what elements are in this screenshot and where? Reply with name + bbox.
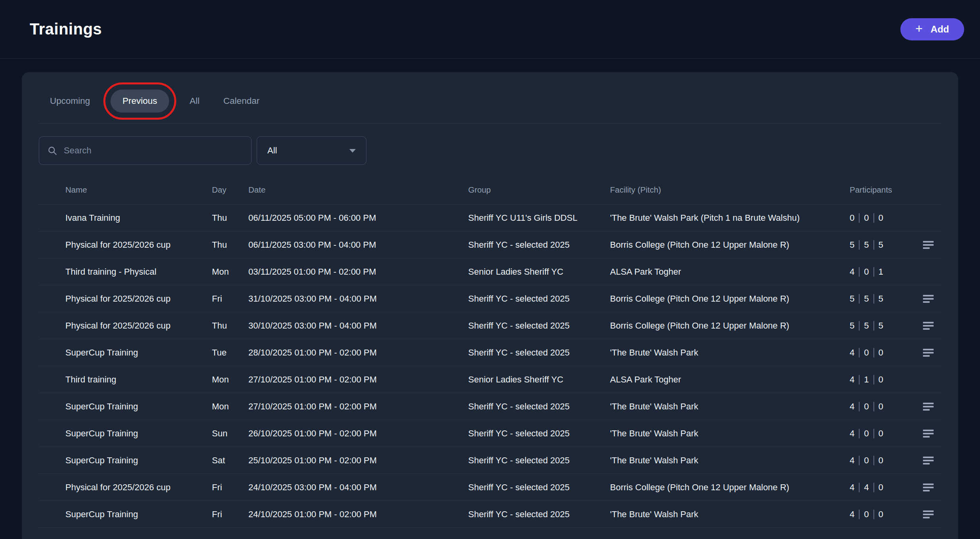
tab-calendar[interactable]: Calendar (215, 90, 268, 113)
table-row[interactable]: SuperCup Training Sun 26/10/2025 01:00 P… (39, 420, 941, 447)
search-input[interactable] (64, 145, 243, 156)
row-menu-icon[interactable] (921, 454, 936, 467)
cell-name: SuperCup Training (39, 509, 212, 520)
cell-name: SuperCup Training (39, 401, 212, 412)
cell-day: Tue (212, 348, 248, 358)
search-icon (47, 145, 57, 156)
row-menu-icon[interactable] (921, 508, 936, 521)
cell-group: Sheriff YC - selected 2025 (468, 509, 610, 520)
cell-day: Sun (212, 428, 248, 439)
table-row[interactable]: Third training - Physical Mon 03/11/2025… (39, 258, 941, 285)
cell-day: Mon (212, 267, 248, 277)
cell-date: 24/10/2025 01:00 PM - 02:00 PM (248, 509, 468, 520)
trainings-panel: Upcoming Previous All Calendar All Name … (22, 72, 958, 539)
cell-name: Physical for 2025/2026 cup (39, 240, 212, 250)
cell-date: 27/10/2025 01:00 PM - 02:00 PM (248, 375, 468, 385)
cell-group: Sheriff YC U11's Girls DDSL (468, 213, 610, 223)
table-row[interactable]: SuperCup Training Sat 25/10/2025 01:00 P… (39, 447, 941, 474)
cell-participants: 400 (850, 428, 915, 439)
cell-date: 28/10/2025 01:00 PM - 02:00 PM (248, 348, 468, 358)
search-box[interactable] (39, 136, 252, 165)
cell-day: Mon (212, 375, 248, 385)
chevron-down-icon (349, 149, 356, 153)
cell-date: 06/11/2025 05:00 PM - 06:00 PM (248, 213, 468, 223)
cell-group: Sheriff YC - selected 2025 (468, 428, 610, 439)
table-row[interactable]: Ivana Training Thu 06/11/2025 05:00 PM -… (39, 205, 941, 231)
cell-group: Sheriff YC - selected 2025 (468, 401, 610, 412)
cell-date: 26/10/2025 01:00 PM - 02:00 PM (248, 428, 468, 439)
table-body: Ivana Training Thu 06/11/2025 05:00 PM -… (39, 205, 941, 528)
cell-participants: 400 (850, 509, 915, 520)
row-menu-icon[interactable] (921, 239, 936, 251)
cell-name: Physical for 2025/2026 cup (39, 294, 212, 304)
cell-name: Physical for 2025/2026 cup (39, 482, 212, 493)
row-menu-icon[interactable] (921, 292, 936, 305)
page-title: Trainings (30, 20, 102, 38)
table-row[interactable]: Physical for 2025/2026 cup Thu 30/10/202… (39, 312, 941, 339)
row-menu-icon[interactable] (921, 319, 936, 332)
cell-group: Sheriff YC - selected 2025 (468, 294, 610, 304)
type-filter-value: All (267, 145, 277, 156)
cell-name: Ivana Training (39, 213, 212, 223)
trainings-table: Name Day Date Group Facility (Pitch) Par… (39, 165, 941, 528)
cell-day: Sat (212, 455, 248, 466)
cell-facility: ALSA Park Togher (610, 375, 850, 385)
cell-participants: 401 (850, 267, 915, 277)
table-row[interactable]: SuperCup Training Fri 24/10/2025 01:00 P… (39, 501, 941, 528)
table-row[interactable]: Physical for 2025/2026 cup Fri 24/10/202… (39, 474, 941, 501)
column-header-group: Group (468, 185, 610, 195)
add-button[interactable]: + Add (900, 18, 964, 40)
tab-previous[interactable]: Previous (111, 90, 169, 113)
cell-facility: 'The Brute' Walsh Park (610, 455, 850, 466)
cell-facility: 'The Brute' Walsh Park (Pitch 1 na Brute… (610, 213, 850, 223)
tab-upcoming[interactable]: Upcoming (41, 90, 99, 113)
cell-participants: 555 (850, 240, 915, 250)
cell-name: Physical for 2025/2026 cup (39, 321, 212, 331)
cell-day: Fri (212, 509, 248, 520)
tab-bar: Upcoming Previous All Calendar (39, 72, 941, 115)
table-row[interactable]: Physical for 2025/2026 cup Fri 31/10/202… (39, 285, 941, 312)
cell-day: Fri (212, 294, 248, 304)
tab-all[interactable]: All (181, 90, 208, 113)
cell-facility: 'The Brute' Walsh Park (610, 401, 850, 412)
table-row[interactable]: Physical for 2025/2026 cup Thu 06/11/202… (39, 231, 941, 258)
plus-icon: + (915, 22, 923, 35)
type-filter-select[interactable]: All (257, 136, 366, 165)
cell-participants: 400 (850, 455, 915, 466)
cell-day: Thu (212, 213, 248, 223)
cell-day: Mon (212, 401, 248, 412)
cell-name: SuperCup Training (39, 348, 212, 358)
table-header-row: Name Day Date Group Facility (Pitch) Par… (39, 165, 941, 205)
cell-participants: 440 (850, 482, 915, 493)
cell-participants: 400 (850, 401, 915, 412)
cell-group: Sheriff YC - selected 2025 (468, 482, 610, 493)
cell-day: Thu (212, 240, 248, 250)
cell-facility: Borris College (Pitch One 12 Upper Malon… (610, 321, 850, 331)
cell-group: Senior Ladies Sheriff YC (468, 375, 610, 385)
column-header-facility: Facility (Pitch) (610, 185, 850, 195)
row-menu-icon[interactable] (921, 400, 936, 413)
row-menu-icon[interactable] (921, 346, 936, 359)
cell-date: 30/10/2025 03:00 PM - 04:00 PM (248, 321, 468, 331)
row-menu-icon[interactable] (921, 481, 936, 494)
column-header-participants: Participants (850, 185, 915, 195)
column-header-date: Date (248, 185, 468, 195)
cell-name: SuperCup Training (39, 455, 212, 466)
cell-name: Third training - Physical (39, 267, 212, 277)
table-row[interactable]: SuperCup Training Tue 28/10/2025 01:00 P… (39, 339, 941, 366)
cell-participants: 000 (850, 213, 915, 223)
cell-facility: 'The Brute' Walsh Park (610, 428, 850, 439)
filter-row: All (39, 136, 941, 165)
column-header-day: Day (212, 185, 248, 195)
table-row[interactable]: SuperCup Training Mon 27/10/2025 01:00 P… (39, 393, 941, 420)
row-menu-icon[interactable] (921, 427, 936, 440)
cell-group: Sheriff YC - selected 2025 (468, 240, 610, 250)
cell-participants: 400 (850, 348, 915, 358)
table-row[interactable]: Third training Mon 27/10/2025 01:00 PM -… (39, 366, 941, 393)
cell-date: 27/10/2025 01:00 PM - 02:00 PM (248, 401, 468, 412)
tabs-divider (39, 123, 941, 124)
cell-date: 25/10/2025 01:00 PM - 02:00 PM (248, 455, 468, 466)
cell-participants: 555 (850, 321, 915, 331)
cell-participants: 410 (850, 375, 915, 385)
cell-facility: ALSA Park Togher (610, 267, 850, 277)
